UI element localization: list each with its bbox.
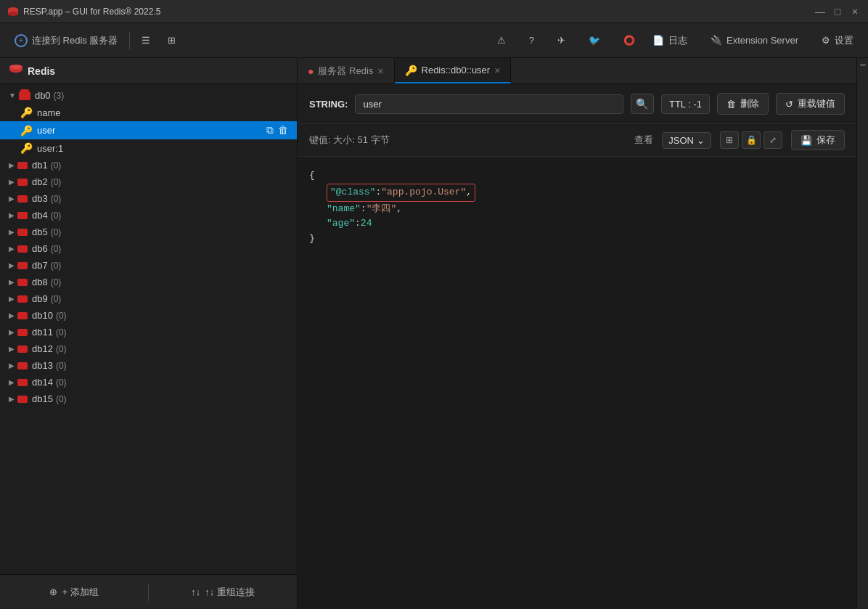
server-tab-icon: ● — [308, 65, 314, 77]
json-age-colon: : — [355, 216, 361, 232]
db4-chevron: ▶ — [9, 211, 15, 219]
reload-label: 重载键值 — [798, 97, 835, 110]
lock-icon: 🔒 — [746, 135, 757, 145]
add-group-button[interactable]: ⊕ + 添加组 — [0, 575, 148, 609]
db6-count: (0) — [51, 244, 62, 254]
save-icon: 💾 — [801, 135, 812, 146]
sidebar-item-user1[interactable]: 🔑 user:1 — [0, 139, 297, 157]
sidebar-item-db10[interactable]: ▶ db10 (0) — [0, 307, 297, 324]
ttl-display: TTL : -1 — [661, 94, 710, 114]
sidebar-item-db14[interactable]: ▶ db14 (0) — [0, 374, 297, 391]
db14-label: db14 — [32, 377, 53, 388]
db3-icon — [17, 195, 28, 203]
db6-label: db6 — [32, 243, 48, 254]
db11-label: db11 — [32, 327, 53, 338]
sidebar-item-db6[interactable]: ▶ db6 (0) — [0, 240, 297, 257]
toolbar-center: ⚠ ? ✈ 🐦 ⭕ — [491, 32, 641, 49]
log-label: 日志 — [668, 34, 687, 47]
settings-button[interactable]: ⚙ 设置 — [816, 31, 859, 50]
toolbar-right: 📄 日志 🔌 Extension Server ⚙ 设置 — [647, 31, 859, 50]
github-button[interactable]: ⭕ — [618, 32, 641, 49]
view-tool-expand[interactable]: ⤢ — [763, 131, 782, 149]
sidebar-item-db15[interactable]: ▶ db15 (0) — [0, 391, 297, 407]
reload-button[interactable]: ↺ 重载键值 — [776, 93, 845, 115]
json-line-4: "age" : 24 — [309, 216, 845, 232]
sidebar-item-db2[interactable]: ▶ db2 (0) — [0, 173, 297, 190]
settings-icon: ⚙ — [822, 35, 830, 46]
sidebar-item-db5[interactable]: ▶ db5 (0) — [0, 224, 297, 240]
sidebar-item-db11[interactable]: ▶ db11 (0) — [0, 324, 297, 340]
maximize-button[interactable]: □ — [832, 6, 843, 17]
copy-action-icon[interactable]: ⧉ — [266, 124, 274, 136]
key-name-input[interactable] — [355, 94, 623, 114]
view-tool-lock[interactable]: 🔒 — [742, 131, 761, 149]
sidebar-item-db13[interactable]: ▶ db13 (0) — [0, 357, 297, 374]
extension-button[interactable]: 🔌 Extension Server — [705, 32, 804, 49]
sidebar-item-db12[interactable]: ▶ db12 (0) — [0, 340, 297, 357]
redis-icon — [9, 64, 23, 78]
connect-button[interactable]: + 连接到 Redis 服务器 — [9, 31, 123, 50]
db1-count: (0) — [51, 160, 62, 171]
db12-chevron: ▶ — [9, 345, 15, 353]
db15-label: db15 — [32, 393, 53, 404]
help-button[interactable]: ? — [523, 32, 540, 49]
sidebar-item-db8[interactable]: ▶ db8 (0) — [0, 274, 297, 290]
db14-count: (0) — [56, 377, 67, 388]
json-editor[interactable]: { "@class" : "app.pojo.User" , "name" : … — [298, 157, 856, 609]
view-tools: ⊞ 🔒 ⤢ — [720, 131, 782, 149]
extension-label: Extension Server — [726, 35, 798, 46]
sidebar-item-db1[interactable]: ▶ db1 (0) — [0, 157, 297, 173]
db13-label: db13 — [32, 360, 53, 371]
key-editor-bar: STRING: 🔍 TTL : -1 🗑 删除 ↺ 重载键值 — [298, 84, 856, 124]
sidebar-tree[interactable]: ▼ db0 (3) 🔑 name 🔑 user ⧉ 🗑 — [0, 84, 297, 574]
svg-point-2 — [8, 12, 18, 16]
sidebar-item-db0[interactable]: ▼ db0 (3) — [0, 87, 297, 104]
db11-count: (0) — [56, 327, 67, 338]
split-view-icon: ⊞ — [168, 35, 176, 46]
db11-chevron: ▶ — [9, 328, 15, 336]
sidebar-item-db4[interactable]: ▶ db4 (0) — [0, 207, 297, 224]
db14-chevron: ▶ — [9, 378, 15, 386]
sidebar-footer: ⊕ + 添加组 ↑↓ ↑↓ 重组连接 — [0, 574, 297, 609]
tab-server-close[interactable]: × — [377, 65, 383, 77]
db2-chevron: ▶ — [9, 178, 15, 186]
split-view-button[interactable]: ⊞ — [162, 32, 181, 49]
twitter-button[interactable]: 🐦 — [583, 32, 606, 49]
tabs-bar: ● 服务器 Redis × 🔑 Redis::db0::user × — [298, 58, 856, 84]
db0-chevron: ▼ — [9, 91, 16, 99]
minimize-button[interactable]: — — [814, 6, 826, 17]
reconnect-label: ↑↓ 重组连接 — [205, 586, 255, 599]
close-button[interactable]: × — [849, 6, 861, 17]
github-icon: ⭕ — [623, 35, 635, 46]
fingerprint-button[interactable]: 🔍 — [631, 94, 654, 114]
json-class-comma: , — [466, 185, 472, 200]
sidebar-item-db9[interactable]: ▶ db9 (0) — [0, 290, 297, 307]
log-button[interactable]: 📄 日志 — [647, 31, 693, 50]
json-line-3: "name" : "李四" , — [309, 202, 845, 217]
sidebar-item-db3[interactable]: ▶ db3 (0) — [0, 190, 297, 207]
sidebar-item-db7[interactable]: ▶ db7 (0) — [0, 257, 297, 274]
db9-count: (0) — [51, 294, 62, 304]
db3-label: db3 — [32, 193, 48, 204]
tab-key-close[interactable]: × — [494, 65, 500, 76]
db5-label: db5 — [32, 226, 48, 237]
sidebar-item-user[interactable]: 🔑 user ⧉ 🗑 — [0, 121, 297, 139]
reconnect-button[interactable]: ↑↓ ↑↓ 重组连接 — [149, 575, 297, 609]
tab-redis-db0-user[interactable]: 🔑 Redis::db0::user × — [395, 58, 512, 83]
expand-icon: ⤢ — [769, 135, 777, 145]
tab-key-label: Redis::db0::user — [422, 65, 491, 75]
tab-server-redis[interactable]: ● 服务器 Redis × — [298, 58, 395, 83]
db2-icon — [17, 179, 28, 186]
view-mode-select[interactable]: JSON ⌄ — [662, 132, 711, 149]
tab-server-label: 服务器 Redis — [318, 65, 373, 78]
save-button[interactable]: 💾 保存 — [791, 130, 845, 150]
alert-button[interactable]: ⚠ — [491, 32, 512, 49]
sidebar-item-name[interactable]: 🔑 name — [0, 104, 297, 121]
toolbar: + 连接到 Redis 服务器 ☰ ⊞ ⚠ ? ✈ 🐦 ⭕ 📄 日志 — [0, 23, 868, 58]
list-view-button[interactable]: ☰ — [136, 32, 156, 49]
telegram-button[interactable]: ✈ — [552, 32, 571, 49]
view-tool-grid[interactable]: ⊞ — [720, 131, 739, 149]
main-layout: Redis ▼ db0 (3) 🔑 name 🔑 user — [0, 58, 868, 609]
delete-button[interactable]: 🗑 删除 — [717, 93, 769, 115]
delete-action-icon[interactable]: 🗑 — [278, 124, 288, 136]
